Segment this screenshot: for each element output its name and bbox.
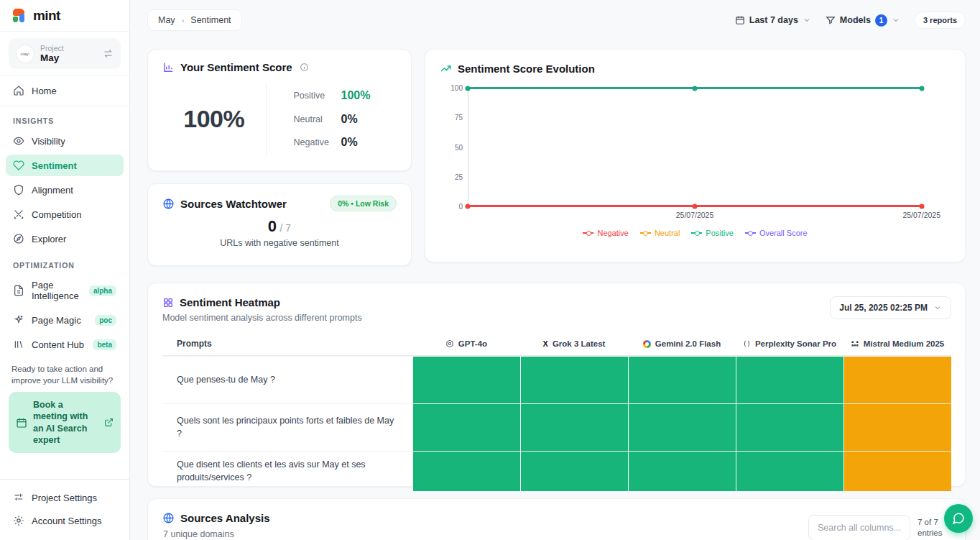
breadcrumb[interactable]: May › Sentiment (147, 9, 242, 31)
sidebar-item-competition[interactable]: Competition (6, 203, 124, 225)
model-column-mistral[interactable]: Mistral Medium 2025 (843, 333, 951, 355)
positive-overall-series-line (468, 87, 922, 89)
sidebar-item-home[interactable]: Home (6, 80, 124, 101)
legend-item-positive[interactable]: Positive (691, 229, 734, 237)
heatmap-cell[interactable] (412, 404, 520, 451)
data-point[interactable] (693, 203, 698, 209)
heatmap-cell[interactable] (412, 452, 520, 491)
x-tick: 25/07/2025 (902, 211, 940, 219)
heatmap-cell[interactable] (628, 404, 736, 451)
section-insights: INSIGHTS (0, 106, 129, 129)
search-input[interactable] (808, 515, 910, 540)
model-column-gemini[interactable]: Gemini 2.0 Flash (628, 333, 736, 355)
data-point[interactable] (466, 203, 471, 209)
sidebar-item-visibility[interactable]: Visibility (6, 130, 124, 152)
sidebar-item-account-settings[interactable]: Account Settings (6, 510, 124, 531)
chevron-down-icon (933, 303, 942, 312)
heatmap-cell[interactable] (412, 357, 520, 403)
legend-marker-icon (640, 232, 651, 234)
unique-domains-count: 7 unique domains (163, 529, 270, 539)
heatmap-cell[interactable] (628, 357, 736, 403)
alpha-badge: alpha (89, 285, 116, 296)
sidebar-item-page-intelligence[interactable]: Page Intelligence alpha (6, 275, 124, 306)
switch-project-icon[interactable] (103, 48, 114, 59)
heatmap-cell[interactable] (736, 357, 843, 403)
card-title: Sentiment Score Evolution (458, 63, 595, 75)
heatmap-cell[interactable] (628, 452, 736, 491)
sidebar-item-label: Project Settings (32, 493, 97, 503)
brand-logo[interactable]: mint (0, 0, 129, 32)
heatmap-cell[interactable] (520, 404, 628, 451)
chat-bubble-icon (952, 512, 965, 525)
sidebar-item-page-magic[interactable]: Page Magic poc (6, 309, 124, 331)
brand-name: mint (33, 8, 60, 24)
y-tick: 75 (455, 114, 463, 122)
sentiment-evolution-card: Sentiment Score Evolution 100 75 50 25 0 (425, 49, 966, 262)
heatmap-cell[interactable] (843, 357, 951, 403)
legend-item-overall-score[interactable]: Overall Score (745, 229, 808, 237)
sidebar-item-content-hub[interactable]: Content Hub beta (6, 334, 124, 355)
chevron-down-icon (803, 16, 811, 24)
date-range-filter[interactable]: Last 7 days (735, 15, 811, 25)
reports-count[interactable]: 3 reports (915, 12, 966, 29)
sidebar-item-label: Explorer (32, 234, 66, 244)
data-point[interactable] (920, 86, 925, 91)
score-value: 0% (341, 136, 358, 149)
score-value: 100% (341, 89, 371, 102)
sidebar-item-label: Home (32, 86, 57, 96)
chat-support-button[interactable] (944, 504, 973, 533)
evolution-plot[interactable]: 100 75 50 25 0 (468, 88, 922, 206)
model-column-grok[interactable]: X Grok 3 Latest (520, 333, 628, 355)
score-label: Positive (294, 91, 333, 101)
info-icon[interactable] (300, 63, 309, 72)
heatmap-cell[interactable] (736, 452, 843, 491)
sentiment-heatmap-card: Sentiment Heatmap Model sentiment analys… (147, 283, 966, 487)
chevron-down-icon (892, 16, 900, 24)
bar-chart-icon (162, 61, 175, 73)
negative-neutral-series-line (468, 205, 922, 207)
breadcrumb-page[interactable]: Sentiment (190, 15, 231, 25)
sentiment-score-card: Your Sentiment Score 100% Positive 100% (147, 49, 412, 171)
sidebar-item-alignment[interactable]: Alignment (6, 179, 124, 201)
heatmap-cell[interactable] (520, 452, 628, 491)
models-filter[interactable]: Models 1 (826, 14, 900, 27)
sidebar-item-label: Sentiment (32, 160, 77, 171)
shield-icon (13, 184, 24, 196)
risk-badge: 0% • Low Risk (330, 196, 397, 211)
report-timestamp-dropdown[interactable]: Jul 25, 2025 02:25 PM (830, 296, 951, 319)
document-icon (13, 285, 24, 296)
perplexity-icon (743, 339, 751, 348)
y-tick: 25 (455, 173, 463, 180)
calendar-icon (735, 15, 745, 25)
book-meeting-button[interactable]: Book a meeting with an AI Search expert (9, 392, 121, 453)
heatmap-cell[interactable] (520, 357, 628, 403)
chevron-right-icon: › (182, 16, 185, 24)
heatmap-cell[interactable] (736, 404, 843, 451)
score-row-neutral: Neutral 0% (294, 113, 397, 126)
legend-item-negative[interactable]: Negative (583, 229, 628, 237)
section-optimization: OPTIMIZATION (0, 251, 129, 273)
data-point[interactable] (466, 86, 471, 91)
sidebar-item-label: Visibility (32, 136, 65, 147)
legend-item-neutral[interactable]: Neutral (640, 229, 680, 237)
model-column-gpt4o[interactable]: GPT-4o (412, 333, 520, 355)
heatmap-cell[interactable] (843, 404, 951, 451)
sources-analysis-card: Sources Analysis 7 unique domains 7 of 7… (147, 498, 966, 540)
prompts-column-header: Prompts (162, 333, 412, 355)
project-avatar: may: (16, 45, 34, 63)
data-point[interactable] (920, 203, 925, 209)
model-column-perplexity[interactable]: Perplexity Sonar Pro (736, 333, 843, 355)
heatmap-row: Que penses-tu de May ? (162, 356, 951, 403)
poc-badge: poc (95, 315, 116, 326)
project-switcher[interactable]: may: Project May (9, 38, 121, 69)
sidebar-item-sentiment[interactable]: Sentiment (6, 155, 124, 176)
sidebar-item-explorer[interactable]: Explorer (6, 228, 124, 250)
legend-marker-icon (745, 232, 756, 234)
breadcrumb-project[interactable]: May (158, 15, 175, 25)
card-title: Sentiment Heatmap (180, 296, 280, 308)
sidebar: mint may: Project May Home INSIGHTS Visi… (0, 0, 130, 540)
y-tick: 50 (455, 143, 463, 151)
heatmap-cell[interactable] (843, 452, 951, 491)
data-point[interactable] (693, 86, 698, 91)
sidebar-item-project-settings[interactable]: Project Settings (6, 487, 124, 508)
